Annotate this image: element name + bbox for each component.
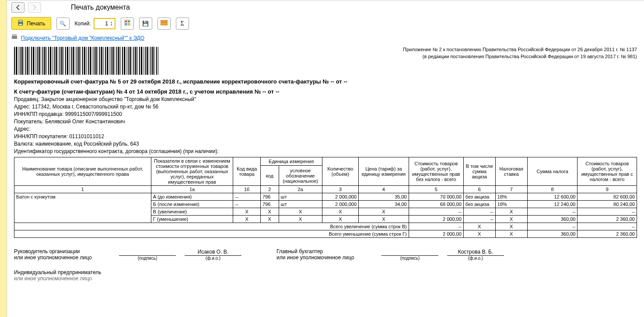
coln-5: 5: [409, 186, 463, 193]
coln-3: 3: [322, 186, 358, 193]
email-button[interactable]: [158, 17, 171, 30]
head-label: Руководитель организации: [14, 248, 110, 254]
ip-or: или иное уполномоченное лицо: [14, 275, 637, 282]
sum-button[interactable]: Σ: [176, 17, 189, 30]
buyer: Покупатель: Белявский Олег Константинови…: [14, 118, 637, 125]
floppy-icon: 💾: [142, 21, 149, 27]
magnifier-icon: 🔍: [60, 21, 66, 27]
col-tax: Сумма налога: [527, 157, 578, 186]
svg-rect-2: [19, 24, 22, 25]
col-code-type: Код вида товара: [233, 157, 261, 186]
printer-icon: [17, 20, 24, 27]
barcode: [14, 47, 158, 75]
col-qty: Количество (объем): [322, 157, 358, 186]
col-cost: Стоимость товаров (работ, услуг), имущес…: [409, 157, 463, 186]
svg-rect-10: [13, 35, 16, 36]
col-total: Стоимость товаров (работ, услуг), имущес…: [578, 157, 637, 186]
coln-8: 8: [527, 186, 578, 193]
coln-7: 7: [495, 186, 527, 193]
main-table: Наименование товара (описание выполненны…: [14, 157, 637, 238]
contract-id: Идентификатор государственного контракта…: [14, 148, 637, 154]
save-button[interactable]: 💾: [139, 17, 152, 30]
coln-9: 9: [578, 186, 637, 193]
svg-rect-5: [128, 21, 130, 22]
nav-back-button[interactable]: [11, 2, 24, 13]
edo-link[interactable]: Подключить "Торговый дом "Комплексный"" …: [21, 35, 144, 41]
col-indicators: Показатели в связи с изменением стоимост…: [151, 157, 233, 186]
svg-rect-4: [125, 21, 127, 22]
item-name: Батон с кунжутом: [14, 193, 151, 223]
col-unit-code: код: [260, 166, 279, 186]
svg-rect-7: [128, 23, 130, 25]
copies-spinner[interactable]: ▲▼: [110, 19, 115, 28]
col-unit-name: условное обозначение (национальное): [279, 166, 322, 186]
coln-4: 4: [359, 186, 409, 193]
col-excise: В том числе сумма акциза: [463, 157, 495, 186]
buyer-inn: ИНН/КПП покупателя: 011101011012: [14, 133, 637, 139]
doc-title-1: Корректировочный счет-фактура № 5 от 29 …: [14, 78, 637, 85]
col-price: Цена (тариф) за единицу измерения: [359, 157, 409, 186]
currency: Валюта: наименование, код Российский руб…: [14, 141, 637, 147]
print-label: Печать: [27, 20, 46, 27]
col-unit: Единица измерения: [260, 157, 322, 166]
acc-or: или иное уполномоченное лицо: [276, 254, 373, 261]
sig-head: Руководитель организации или иное уполно…: [14, 248, 242, 261]
col-rate: Налоговая ставка: [495, 157, 527, 186]
coln-2a: 2а: [279, 186, 322, 193]
row-total-dec: Всего уменьшение (сумма строк Г) 2 000,0…: [14, 230, 637, 238]
decree-note-2: (в редакции постановления Правительства …: [403, 54, 637, 59]
col-name: Наименование товара (описание выполненны…: [14, 157, 151, 186]
seller-inn: ИНН/КПП продавца: 9999115007/999911500: [14, 111, 637, 117]
coln-1: 1: [14, 186, 151, 193]
coln-1a: 1а: [151, 186, 233, 193]
coln-2: 2: [260, 186, 279, 193]
sig-acc: Главный бухгалтер или иное уполномоченно…: [276, 248, 504, 261]
table-icon: [124, 20, 130, 27]
page-title: Печать документа: [71, 3, 130, 11]
acc-name: Кострова В. Б.: [447, 249, 504, 256]
seller: Продавец: Закрытое акционерное общество …: [14, 96, 637, 102]
sidebar-stub: [0, 0, 7, 317]
seller-addr: Адрес: 117342, Москва г, Севастопольский…: [14, 104, 637, 110]
acc-label: Главный бухгалтер: [276, 248, 373, 254]
fio-cap: (ф.и.о.): [206, 256, 220, 261]
sig-cap: (подпись): [138, 256, 157, 261]
decree-note-1: Приложение № 2 к постановлению Правитель…: [403, 47, 637, 52]
row-a: Батон с кунжутом А (до изменения) -- 796…: [14, 193, 637, 201]
coln-6: 6: [463, 186, 495, 193]
head-name: Исаков О. В.: [185, 249, 242, 256]
sigma-icon: Σ: [180, 20, 184, 27]
copies-label: Копий:: [75, 21, 91, 27]
settings-button[interactable]: [121, 17, 134, 30]
row-total-inc: Всего увеличение (сумма строк В) -- Х Х …: [14, 223, 637, 230]
mail-icon: [161, 20, 168, 27]
print-button[interactable]: Печать: [11, 17, 51, 30]
link-printer-icon: [11, 34, 18, 42]
doc-title-2: К счету-фактуре (счетам-фактурам) № 4 от…: [14, 88, 637, 95]
svg-rect-1: [19, 20, 22, 22]
coln-1b: 1б: [233, 186, 261, 193]
preview-button[interactable]: 🔍: [56, 17, 70, 30]
head-or: или иное уполномоченное лицо: [14, 254, 110, 261]
ip-label: Индивидуальный предприниматель: [14, 269, 637, 275]
nav-forward-button[interactable]: [28, 2, 41, 13]
svg-rect-6: [125, 23, 127, 25]
buyer-addr: Адрес:: [14, 126, 637, 132]
svg-rect-9: [12, 36, 17, 39]
